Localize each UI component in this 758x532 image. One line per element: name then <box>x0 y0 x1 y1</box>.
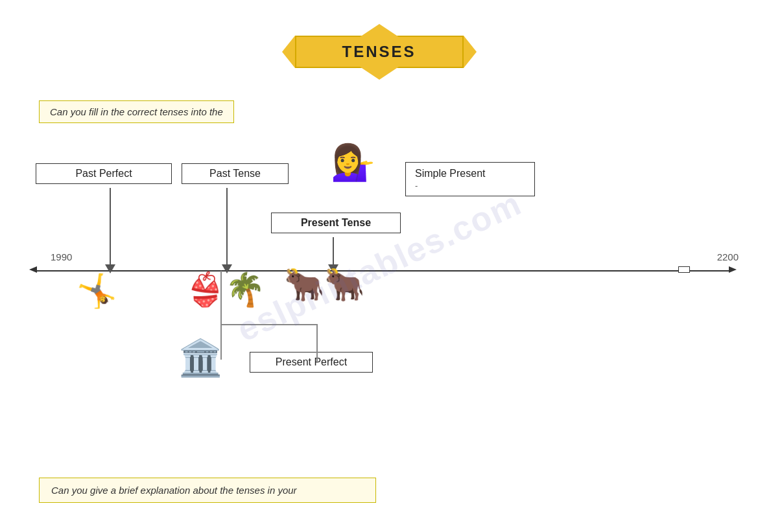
timeline-line <box>36 270 729 272</box>
present-perfect-connector-v2 <box>220 324 222 360</box>
timeline-left-arrow <box>29 266 37 273</box>
present-tense-label: Present Tense <box>301 217 371 228</box>
present-perfect-connector-h <box>220 324 285 325</box>
arrow-shaft <box>226 188 228 264</box>
present-tense-box: Present Tense <box>271 213 401 233</box>
past-perfect-label: Past Perfect <box>75 168 132 179</box>
timeline-marker <box>678 266 690 273</box>
past-tense-label: Past Tense <box>209 168 261 179</box>
present-perfect-connector-v <box>220 271 222 324</box>
simple-present-label: Simple Present <box>415 168 525 179</box>
banner-container: TENSES <box>295 36 464 68</box>
woman-character: 💁‍♀️ <box>331 141 375 183</box>
building-character: 🏛️ <box>178 337 223 379</box>
banner-ribbon: TENSES <box>295 36 464 68</box>
simple-present-box: Simple Present - <box>405 162 535 196</box>
banner-inner: TENSES <box>295 36 464 68</box>
arrow-past-tense <box>222 188 232 273</box>
timeline-right-arrow <box>729 266 737 273</box>
instruction-top-text: Can you fill in the correct tenses into … <box>50 106 223 117</box>
present-perfect-box: Present Perfect <box>250 352 373 373</box>
year-2200-label: 2200 <box>717 251 739 262</box>
simple-present-sub: - <box>415 181 525 191</box>
arrow-past-perfect <box>105 188 115 273</box>
gymnastics-character: 🤸 <box>77 272 117 310</box>
arrow-shaft <box>333 237 334 264</box>
instruction-box-top: Can you fill in the correct tenses into … <box>39 100 234 123</box>
banner-title: TENSES <box>342 43 416 61</box>
past-tense-box: Past Tense <box>182 163 289 184</box>
present-perfect-box-connector-v <box>316 324 318 363</box>
present-perfect-box-connector <box>285 324 316 325</box>
beach-character: 👙🌴 <box>185 271 265 308</box>
banner-bottom-decoration <box>360 67 399 80</box>
year-1990-label: 1990 <box>51 251 72 262</box>
arrow-shaft <box>110 188 111 264</box>
timeline <box>16 269 742 272</box>
center-character: 🐂🐂 <box>284 266 364 303</box>
past-perfect-box: Past Perfect <box>36 163 172 184</box>
present-perfect-label: Present Perfect <box>276 356 347 367</box>
instruction-bottom-text: Can you give a brief explanation about t… <box>51 485 297 496</box>
instruction-box-bottom: Can you give a brief explanation about t… <box>39 478 376 503</box>
banner-top-decoration <box>360 24 399 37</box>
